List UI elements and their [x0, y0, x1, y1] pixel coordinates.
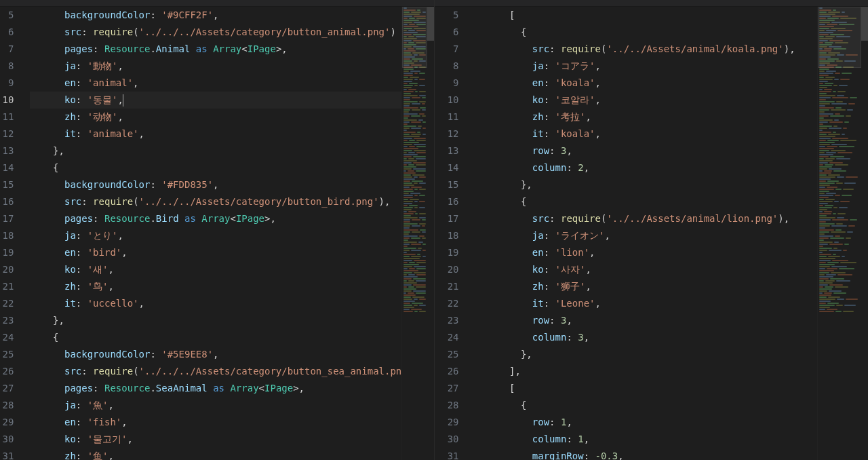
scrollbar-thumb[interactable]: [861, 7, 868, 41]
code-line[interactable]: it: 'koala',: [475, 126, 818, 142]
line-number[interactable]: 27: [0, 380, 14, 397]
line-number[interactable]: 30: [435, 431, 459, 448]
editor-body-right[interactable]: 5678910111213141516171819202122232425262…: [435, 7, 869, 460]
code-line[interactable]: en: 'animal',: [30, 75, 401, 92]
code-line[interactable]: backgroundColor: '#9CFF2F',: [30, 7, 401, 24]
code-line[interactable]: ja: 'ライオン',: [475, 227, 818, 244]
code-line[interactable]: it: 'Leone',: [475, 295, 818, 312]
code-line[interactable]: },: [30, 312, 401, 329]
line-number[interactable]: 20: [0, 261, 14, 278]
line-number[interactable]: 26: [435, 363, 459, 380]
line-number[interactable]: 9: [435, 75, 459, 92]
line-number[interactable]: 28: [0, 397, 14, 414]
code-line[interactable]: ko: '새',: [30, 261, 401, 278]
code-line[interactable]: pages: Resource.Bird as Array<IPage>,: [30, 210, 401, 227]
line-number[interactable]: 12: [435, 126, 459, 142]
line-number[interactable]: 7: [435, 41, 459, 58]
line-number[interactable]: 29: [435, 414, 459, 431]
scrollbar-left[interactable]: [427, 7, 434, 460]
editor-body-left[interactable]: 5678910111213141516171819202122232425262…: [0, 7, 434, 460]
code-line[interactable]: zh: '考拉',: [475, 109, 818, 126]
code-line[interactable]: src: require('../../../Assets/category/b…: [30, 193, 401, 210]
code-line[interactable]: },: [30, 142, 401, 159]
code-line[interactable]: {: [475, 24, 818, 41]
code-line[interactable]: en: 'bird',: [30, 244, 401, 261]
minimap-viewport[interactable]: [818, 7, 861, 68]
code-line[interactable]: en: 'fish',: [30, 414, 401, 431]
code-line[interactable]: ja: '魚',: [30, 397, 401, 414]
code-line[interactable]: backgroundColor: '#5E9EE8',: [30, 346, 401, 363]
line-number[interactable]: 15: [0, 176, 14, 193]
code-line[interactable]: ],: [475, 363, 818, 380]
code-line[interactable]: zh: '鸟',: [30, 278, 401, 295]
tabbar-left[interactable]: [0, 0, 434, 7]
line-number[interactable]: 24: [435, 329, 459, 346]
code-line[interactable]: column: 3,: [475, 329, 818, 346]
code-line[interactable]: row: 1,: [475, 414, 818, 431]
line-number[interactable]: 19: [435, 244, 459, 261]
code-line[interactable]: src: require('../../Assets/animal/koala.…: [475, 41, 818, 58]
line-number[interactable]: 5: [0, 7, 14, 24]
code-line[interactable]: en: 'lion',: [475, 244, 818, 261]
code-line[interactable]: row: 3,: [475, 142, 818, 159]
line-number[interactable]: 16: [0, 193, 14, 210]
line-number[interactable]: 19: [0, 244, 14, 261]
code-line[interactable]: backgroundColor: '#FDD835',: [30, 176, 401, 193]
line-number[interactable]: 10: [0, 92, 14, 109]
tabbar-right[interactable]: [435, 0, 869, 7]
code-area-left[interactable]: backgroundColor: '#9CFF2F', src: require…: [23, 7, 401, 460]
line-number[interactable]: 11: [435, 109, 459, 126]
code-line[interactable]: src: require('../../Assets/animal/lion.p…: [475, 210, 818, 227]
line-number[interactable]: 18: [0, 227, 14, 244]
code-line[interactable]: zh: '动物',: [30, 109, 401, 126]
line-number[interactable]: 9: [0, 75, 14, 92]
line-number[interactable]: 28: [435, 397, 459, 414]
code-line[interactable]: pages: Resource.Animal as Array<IPage>,: [30, 41, 401, 58]
line-number[interactable]: 29: [0, 414, 14, 431]
line-number[interactable]: 27: [435, 380, 459, 397]
line-number[interactable]: 13: [435, 142, 459, 159]
line-number[interactable]: 18: [435, 227, 459, 244]
code-line[interactable]: en: 'koala',: [475, 75, 818, 92]
code-line[interactable]: pages: Resource.SeaAnimal as Array<IPage…: [30, 380, 401, 397]
scrollbar-thumb[interactable]: [427, 7, 434, 41]
line-number[interactable]: 11: [0, 109, 14, 126]
code-line[interactable]: marginRow: -0.3,: [475, 448, 818, 460]
line-number[interactable]: 30: [0, 431, 14, 448]
code-line[interactable]: zh: '狮子',: [475, 278, 818, 295]
code-line[interactable]: ko: '동물',: [30, 92, 401, 109]
line-number[interactable]: 23: [435, 312, 459, 329]
code-line[interactable]: row: 3,: [475, 312, 818, 329]
line-gutter-left[interactable]: 5678910111213141516171819202122232425262…: [0, 7, 23, 460]
code-line[interactable]: {: [475, 193, 818, 210]
line-number[interactable]: 13: [0, 142, 14, 159]
code-line[interactable]: column: 2,: [475, 159, 818, 176]
code-line[interactable]: [: [475, 380, 818, 397]
code-line[interactable]: {: [475, 397, 818, 414]
line-number[interactable]: 17: [0, 210, 14, 227]
line-number[interactable]: 21: [0, 278, 14, 295]
code-line[interactable]: ja: 'とり',: [30, 227, 401, 244]
line-number[interactable]: 10: [435, 92, 459, 109]
line-number[interactable]: 14: [0, 159, 14, 176]
code-line[interactable]: },: [475, 176, 818, 193]
line-number[interactable]: 25: [0, 346, 14, 363]
line-number[interactable]: 20: [435, 261, 459, 278]
code-line[interactable]: ko: '물고기',: [30, 431, 401, 448]
line-number[interactable]: 26: [0, 363, 14, 380]
line-number[interactable]: 6: [435, 24, 459, 41]
code-line[interactable]: },: [475, 346, 818, 363]
code-line[interactable]: ko: '코알라',: [475, 92, 818, 109]
line-number[interactable]: 22: [435, 295, 459, 312]
minimap-right[interactable]: [817, 7, 861, 460]
code-line[interactable]: ko: '사자',: [475, 261, 818, 278]
line-number[interactable]: 8: [0, 58, 14, 75]
line-number[interactable]: 7: [0, 41, 14, 58]
code-line[interactable]: {: [30, 329, 401, 346]
code-line[interactable]: column: 1,: [475, 431, 818, 448]
minimap-viewport[interactable]: [402, 7, 427, 68]
code-line[interactable]: ja: 'コアラ',: [475, 58, 818, 75]
scrollbar-right[interactable]: [861, 7, 868, 460]
line-number[interactable]: 16: [435, 193, 459, 210]
line-number[interactable]: 31: [0, 448, 14, 460]
